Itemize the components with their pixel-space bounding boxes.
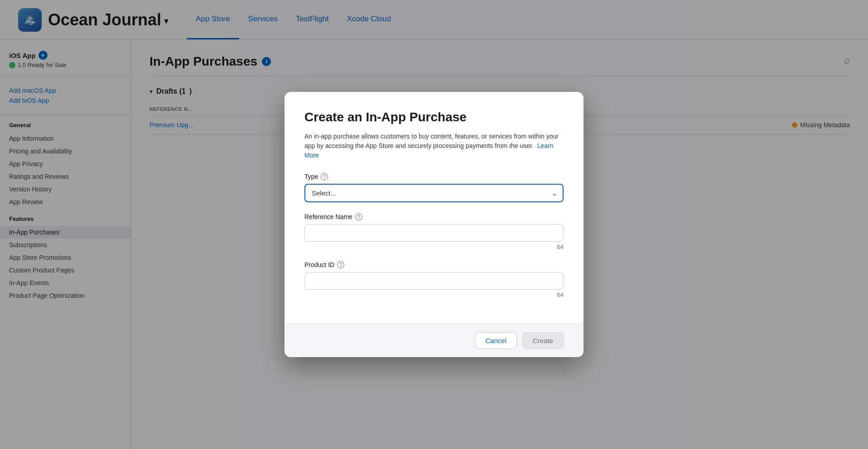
reference-name-help-icon[interactable]: ?	[355, 213, 362, 220]
reference-name-label: Reference Name ?	[304, 213, 564, 220]
create-button[interactable]: Create	[522, 332, 564, 349]
modal-description: An in-app purchase allows customers to b…	[304, 132, 564, 160]
reference-name-form-group: Reference Name ? 64	[304, 213, 564, 250]
modal-footer: Cancel Create	[285, 324, 583, 357]
type-select-wrapper: Select... Consumable Non-Consumable Non-…	[304, 184, 564, 202]
type-form-group: Type ? Select... Consumable Non-Consumab…	[304, 173, 564, 202]
product-id-char-count: 64	[304, 291, 564, 298]
cancel-button[interactable]: Cancel	[475, 332, 517, 349]
modal-body: Create an In-App Purchase An in-app purc…	[285, 92, 583, 324]
product-id-form-group: Product ID ? 64	[304, 261, 564, 298]
type-help-icon[interactable]: ?	[321, 173, 328, 180]
modal-title: Create an In-App Purchase	[304, 110, 564, 124]
modal-overlay[interactable]: Create an In-App Purchase An in-app purc…	[0, 0, 868, 449]
product-id-input[interactable]	[304, 272, 564, 290]
product-id-label: Product ID ?	[304, 261, 564, 268]
reference-name-char-count: 64	[304, 244, 564, 250]
type-label: Type ?	[304, 173, 564, 180]
type-select[interactable]: Select... Consumable Non-Consumable Non-…	[304, 184, 564, 202]
create-iap-modal: Create an In-App Purchase An in-app purc…	[285, 92, 583, 357]
reference-name-input[interactable]	[304, 224, 564, 242]
product-id-help-icon[interactable]: ?	[337, 261, 344, 268]
